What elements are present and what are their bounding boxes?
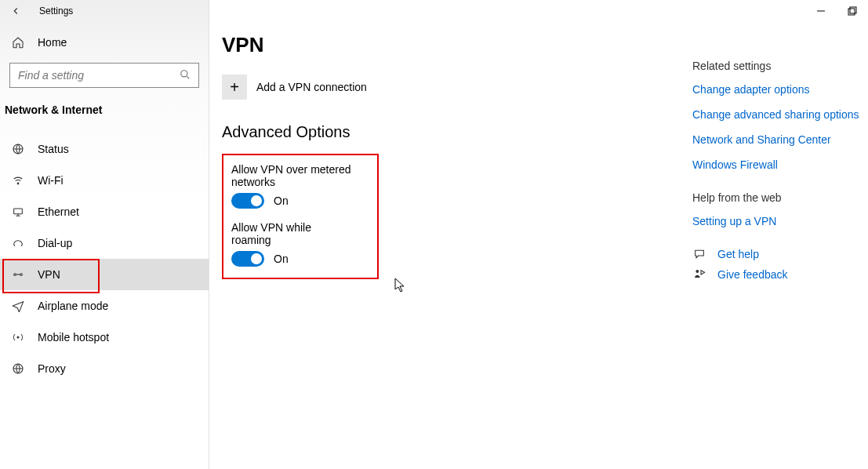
- proxy-icon: [11, 362, 25, 375]
- right-panel: Related settings Change adapter options …: [692, 27, 865, 301]
- feedback-icon: [692, 268, 706, 281]
- sidebar-item-label: Dial-up: [38, 237, 72, 249]
- ethernet-icon: [11, 205, 25, 218]
- sidebar-nav-list: Status Wi-Fi Ethernet Dial-up VPN: [0, 133, 209, 384]
- search-input[interactable]: [18, 69, 180, 82]
- page-title: VPN: [222, 33, 661, 57]
- airplane-icon: [11, 300, 25, 312]
- svg-point-11: [695, 270, 699, 273]
- sidebar-item-label: Wi-Fi: [38, 174, 64, 187]
- sidebar-item-hotspot[interactable]: Mobile hotspot: [0, 322, 209, 353]
- back-button[interactable]: [8, 3, 24, 19]
- settings-content: VPN + Add a VPN connection Advanced Opti…: [222, 27, 661, 301]
- related-heading: Related settings: [692, 60, 865, 72]
- svg-rect-3: [14, 209, 23, 214]
- sidebar-item-label: VPN: [38, 268, 60, 281]
- svg-rect-10: [850, 7, 856, 13]
- setting-roaming: Allow VPN while roaming On: [231, 221, 354, 267]
- svg-point-5: [20, 274, 23, 276]
- svg-point-4: [14, 274, 16, 276]
- svg-point-6: [17, 336, 19, 338]
- link-feedback[interactable]: Give feedback: [717, 268, 788, 281]
- search-icon: [180, 69, 191, 82]
- sidebar-item-label: Proxy: [38, 362, 66, 375]
- get-help-row[interactable]: Get help: [692, 248, 865, 260]
- chat-icon: [692, 248, 706, 260]
- link-help-vpn[interactable]: Setting up a VPN: [692, 215, 865, 227]
- link-firewall[interactable]: Windows Firewall: [692, 158, 865, 171]
- main-area: VPN + Add a VPN connection Advanced Opti…: [209, 0, 868, 469]
- wifi-icon: [11, 174, 25, 187]
- sidebar: Settings Home Network & Internet Status …: [0, 0, 209, 469]
- sidebar-item-ethernet[interactable]: Ethernet: [0, 196, 209, 227]
- maximize-button[interactable]: [837, 0, 868, 22]
- svg-point-2: [17, 183, 19, 184]
- sidebar-item-vpn[interactable]: VPN: [0, 259, 209, 290]
- link-network-center[interactable]: Network and Sharing Center: [692, 133, 865, 146]
- toggle-state: On: [274, 195, 289, 207]
- annotation-highlight: Allow VPN over metered networks On Allow…: [222, 154, 379, 279]
- sidebar-item-proxy[interactable]: Proxy: [0, 353, 209, 384]
- dialup-icon: [11, 237, 25, 249]
- plus-icon: +: [222, 75, 247, 100]
- link-adapter-options[interactable]: Change adapter options: [692, 83, 865, 96]
- toggle-roaming[interactable]: [231, 251, 264, 267]
- setting-label: Allow VPN while roaming: [231, 221, 354, 246]
- titlebar: Settings: [0, 0, 209, 22]
- sidebar-home[interactable]: Home: [0, 27, 209, 58]
- sidebar-item-label: Mobile hotspot: [38, 331, 109, 344]
- toggle-state: On: [274, 253, 289, 265]
- toggle-metered[interactable]: [231, 193, 264, 209]
- feedback-row[interactable]: Give feedback: [692, 268, 865, 281]
- svg-point-0: [181, 70, 187, 76]
- help-heading: Help from the web: [692, 191, 865, 204]
- hotspot-icon: [11, 331, 25, 344]
- add-vpn-label: Add a VPN connection: [256, 81, 367, 93]
- home-label: Home: [38, 36, 67, 49]
- svg-rect-9: [848, 9, 855, 15]
- sidebar-item-dialup[interactable]: Dial-up: [0, 227, 209, 259]
- sidebar-item-status[interactable]: Status: [0, 133, 209, 165]
- minimize-button[interactable]: [805, 0, 837, 22]
- sidebar-item-label: Ethernet: [38, 205, 79, 218]
- sidebar-section-heading: Network & Internet: [0, 99, 209, 125]
- link-sharing-options[interactable]: Change advanced sharing options: [692, 108, 865, 121]
- setting-label: Allow VPN over metered networks: [231, 163, 354, 188]
- link-get-help[interactable]: Get help: [717, 248, 759, 260]
- window-controls: [805, 0, 868, 22]
- sidebar-item-airplane[interactable]: Airplane mode: [0, 290, 209, 322]
- sidebar-item-label: Status: [38, 143, 69, 155]
- search-box[interactable]: [9, 63, 199, 88]
- setting-metered: Allow VPN over metered networks On: [231, 163, 354, 209]
- vpn-icon: [11, 268, 25, 281]
- home-icon: [11, 36, 25, 49]
- sidebar-item-label: Airplane mode: [38, 300, 108, 312]
- advanced-heading: Advanced Options: [222, 123, 661, 141]
- status-icon: [11, 143, 25, 155]
- add-vpn-button[interactable]: + Add a VPN connection: [222, 75, 661, 100]
- app-title: Settings: [39, 5, 73, 16]
- sidebar-item-wifi[interactable]: Wi-Fi: [0, 165, 209, 196]
